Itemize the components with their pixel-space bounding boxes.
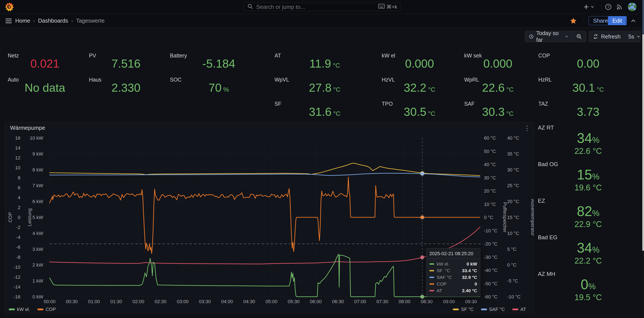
- axis-tick: -8: [16, 255, 20, 260]
- room-label: EZ: [538, 198, 545, 204]
- breadcrumb-home[interactable]: Home: [15, 18, 30, 24]
- axis-tick: -6: [16, 244, 20, 250]
- room-panel-bad-og: Bad OG15%19.6 °C: [536, 159, 640, 194]
- axis-tick: -10 °C: [484, 228, 498, 233]
- axis-tick: 20 °C: [484, 188, 496, 194]
- breadcrumb-separator: ›: [33, 18, 35, 24]
- legend-item-at[interactable]: AT: [512, 306, 526, 312]
- avatar[interactable]: [628, 2, 637, 12]
- refresh-interval-picker[interactable]: 5s: [624, 31, 644, 42]
- breadcrumb-dashboards[interactable]: Dashboards: [38, 18, 68, 24]
- stat-panel-hzvl: HzVL32.2°C: [379, 74, 460, 96]
- axis-tick: 05:00: [266, 299, 277, 304]
- favorite-star-icon[interactable]: [569, 17, 578, 25]
- time-range-picker[interactable]: Today so far: [525, 31, 572, 42]
- room-temp-value: 22.6 °C: [536, 147, 640, 155]
- axis-tick: 03:30: [199, 299, 211, 304]
- stat-panel-haus: Haus2.330: [86, 74, 166, 96]
- axis-tick: 00:00: [44, 299, 56, 304]
- chevron-down-icon: [590, 5, 594, 9]
- menu-toggle-icon[interactable]: [4, 17, 13, 25]
- refresh-label: Refresh: [601, 33, 620, 40]
- refresh-button[interactable]: Refresh: [589, 31, 624, 42]
- zoom-out-button[interactable]: [572, 31, 586, 42]
- axis-tick: 1 kW: [32, 278, 43, 284]
- stat-value: 30.5°C: [379, 105, 460, 118]
- svg-text:?: ?: [607, 5, 610, 9]
- series-at: [50, 227, 480, 264]
- axis-tick: 8: [18, 175, 20, 181]
- axis-tick: -4: [16, 235, 20, 240]
- crosshair-dot: [421, 216, 424, 219]
- axis-tick: 06:00: [310, 299, 322, 304]
- axis-tick: 10 °C: [484, 202, 496, 207]
- axis-tick: 09:00: [443, 299, 455, 304]
- axis-tick: 2 kW: [32, 262, 43, 268]
- stat-value: -5.184: [167, 57, 270, 70]
- legend-item-saf-c[interactable]: SAF °C: [481, 306, 505, 312]
- room-temp-value: 19.6 °C: [536, 183, 640, 192]
- breadcrumb-current-tageswerte: Tageswerte: [76, 18, 104, 24]
- edit-button[interactable]: Edit: [608, 16, 626, 25]
- grafana-logo[interactable]: [5, 2, 14, 12]
- search-shortcut: ⌘+k: [386, 4, 397, 10]
- legend-item-cop[interactable]: COP: [38, 306, 56, 312]
- search-input[interactable]: [256, 4, 378, 11]
- axis-tick: 0 °C: [507, 262, 516, 268]
- add-button[interactable]: [581, 3, 596, 11]
- axis-name: Pufferspeicher: [502, 202, 508, 232]
- stat-panel-kw-sek: kW sek0.000: [462, 50, 534, 72]
- time-range-controls: Today so far: [525, 31, 586, 42]
- chevron-down-icon: [565, 35, 568, 39]
- legend-item-kw-el-[interactable]: kW el.: [9, 306, 30, 312]
- axis-tick: 30 °C: [484, 175, 496, 181]
- help-icon[interactable]: ?: [604, 3, 613, 11]
- axis-tick: 16: [15, 135, 20, 141]
- tooltip-row: AT2.40 °C: [430, 287, 477, 294]
- axis-tick: 0 kW: [32, 294, 43, 299]
- legend-item-sf-c[interactable]: SF °C: [453, 306, 474, 312]
- search-bar[interactable]: ⌘+k: [244, 3, 400, 11]
- axis-tick: 6: [18, 185, 20, 190]
- axis-tick: 02:00: [132, 299, 144, 304]
- stat-value: 27.8°C: [272, 81, 378, 94]
- series-kw-el-: [50, 254, 480, 297]
- room-label: Bad OG: [538, 161, 558, 168]
- axis-tick: -40 °C: [484, 268, 498, 273]
- waermepumpe-panel: Wärmepumpe ⋮ 1614121086420-2-4-6-8-10-12…: [5, 122, 534, 313]
- chart-tooltip: 2025-02-21 08:25:20 kW el.0 kWSF °C33.4 …: [426, 248, 480, 297]
- tooltip-series-swatch: [430, 283, 434, 285]
- axis-tick: -5 °C: [507, 278, 518, 284]
- tooltip-timestamp: 2025-02-21 08:25:20: [426, 248, 480, 259]
- stat-value: 2.330: [86, 81, 166, 94]
- tooltip-series-swatch: [430, 277, 434, 278]
- axis-tick: 07:00: [354, 299, 366, 304]
- stat-value: 0.00: [536, 57, 640, 70]
- axis-tick: 15 °C: [507, 215, 519, 220]
- stat-value: 0.000: [462, 57, 534, 70]
- stat-value: 70%: [167, 81, 270, 94]
- stat-value: 0.000: [379, 57, 460, 70]
- stat-value: 32.2°C: [379, 81, 460, 94]
- axis-tick: 35 °C: [507, 151, 519, 157]
- stat-panel-sf: SF31.6°C: [272, 98, 378, 120]
- stat-value: 31.6°C: [272, 105, 378, 118]
- room-percent-value: 82%: [536, 204, 640, 218]
- room-label: AZ MH: [538, 271, 555, 277]
- stat-panel-pv: PV7.516: [86, 50, 166, 72]
- collapse-chevron-up-icon[interactable]: [629, 17, 638, 25]
- axis-tick: 02:30: [155, 299, 166, 304]
- legend-color-pill: [481, 308, 487, 310]
- tooltip-series-swatch: [430, 263, 434, 265]
- stat-panel-tpo: TPO30.5°C: [379, 98, 460, 120]
- breadcrumb-bar: Home › Dashboards › Tageswerte Share Edi…: [0, 14, 644, 28]
- room-panel-ez: EZ82%22.9 °C: [536, 195, 640, 230]
- room-panel-az-mh: AZ MH0%19.5 °C: [536, 268, 640, 303]
- stat-value: 0.021: [5, 57, 85, 70]
- news-rss-icon[interactable]: [615, 3, 624, 11]
- axis-tick: 25 °C: [507, 183, 519, 188]
- axis-tick: 0 °C: [484, 215, 493, 220]
- legend-color-pill: [453, 308, 459, 310]
- stat-value: 7.516: [86, 57, 166, 70]
- axis-tick: -12: [14, 274, 20, 280]
